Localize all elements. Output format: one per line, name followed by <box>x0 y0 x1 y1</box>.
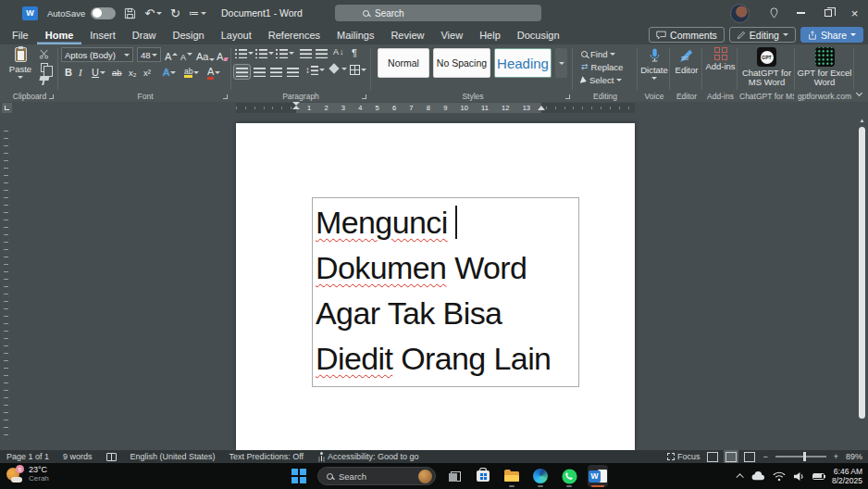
editor-button[interactable]: Editor <box>672 47 701 75</box>
dictate-button[interactable]: Dictate <box>639 47 669 80</box>
style-no-spacing[interactable]: No Spacing <box>433 48 490 78</box>
undo-button[interactable]: ↶ <box>144 7 162 19</box>
word-count[interactable]: 9 words <box>63 452 93 461</box>
tab-insert[interactable]: Insert <box>81 26 124 44</box>
editing-mode-button[interactable]: Editing <box>729 27 796 43</box>
text-frame[interactable]: Mengunci Dokumen Word Agar Tak Bisa Died… <box>312 197 579 387</box>
font-size-combo[interactable]: 48 <box>137 47 161 62</box>
superscript-button[interactable]: x² <box>143 66 151 80</box>
cut-icon[interactable] <box>39 49 49 59</box>
save-button[interactable] <box>124 7 136 19</box>
document-page[interactable]: Mengunci Dokumen Word Agar Tak Bisa Died… <box>236 123 635 450</box>
replace-button[interactable]: ⇄Replace <box>581 62 623 72</box>
tab-review[interactable]: Review <box>382 26 432 44</box>
minimize-button[interactable] <box>787 0 814 26</box>
battery-icon[interactable] <box>812 473 825 480</box>
clear-formatting-button[interactable]: A <box>217 47 228 62</box>
file-explorer-button[interactable] <box>502 465 522 487</box>
zoom-slider-thumb[interactable] <box>803 452 806 461</box>
tab-help[interactable]: Help <box>471 26 509 44</box>
tab-design[interactable]: Design <box>164 26 212 44</box>
clock[interactable]: 6:46 AM 8/2/2025 <box>832 467 862 485</box>
justify-button[interactable] <box>285 65 301 79</box>
share-button[interactable]: Share <box>800 27 863 43</box>
style-heading[interactable]: Heading <box>494 48 552 78</box>
styles-dialog-launcher[interactable] <box>565 94 570 99</box>
accessibility-status[interactable]: Accessibility: Good to go <box>317 452 419 461</box>
language-indicator[interactable]: English (United States) <box>130 452 216 461</box>
borders-button[interactable] <box>350 65 366 75</box>
tab-docusign[interactable]: Docusign <box>509 26 568 44</box>
tab-stop-selector[interactable] <box>2 103 12 113</box>
print-layout-button[interactable] <box>725 452 737 462</box>
underline-button[interactable]: U <box>92 66 105 80</box>
select-button[interactable]: Select <box>581 75 622 85</box>
collapse-ribbon-button[interactable] <box>856 90 862 96</box>
change-case-button[interactable]: Aa <box>196 47 215 62</box>
edge-button[interactable] <box>530 465 551 487</box>
indent-marker-left[interactable] <box>292 102 300 109</box>
align-left-button[interactable] <box>234 65 250 79</box>
tab-home[interactable]: Home <box>37 26 82 44</box>
autosave-toggle[interactable] <box>91 7 116 19</box>
bullets-button[interactable] <box>235 48 254 58</box>
close-button[interactable]: × <box>841 0 868 26</box>
italic-button[interactable]: I <box>79 66 82 80</box>
shrink-font-button[interactable]: A <box>180 47 192 62</box>
read-mode-button[interactable] <box>707 452 718 462</box>
line-spacing-button[interactable]: ↕ <box>305 65 325 75</box>
text-predictions[interactable]: Text Predictions: Off <box>229 452 304 461</box>
subscript-button[interactable]: x₂ <box>129 66 136 80</box>
customize-quick-access-button[interactable]: ≔ <box>189 8 206 19</box>
taskbar-search[interactable]: Search <box>317 467 436 485</box>
task-view-button[interactable] <box>444 465 465 487</box>
numbering-button[interactable] <box>255 48 274 58</box>
comments-button[interactable]: Comments <box>649 27 725 43</box>
tab-file[interactable]: File <box>4 26 37 44</box>
tab-draw[interactable]: Draw <box>124 26 165 44</box>
paste-button[interactable]: Paste <box>6 47 35 86</box>
focus-button[interactable]: Focus <box>667 452 701 461</box>
format-painter-icon[interactable] <box>39 76 49 81</box>
microsoft-store-button[interactable] <box>473 465 493 487</box>
start-button[interactable] <box>289 465 309 487</box>
page-indicator[interactable]: Page 1 of 1 <box>6 452 49 461</box>
tab-view[interactable]: View <box>432 26 471 44</box>
align-right-button[interactable] <box>268 65 284 79</box>
tab-mailings[interactable]: Mailings <box>329 26 382 44</box>
sort-button[interactable]: A↓ <box>333 48 344 56</box>
scrollbar-thumb[interactable] <box>859 127 865 419</box>
addins-button[interactable]: Add-ins <box>704 47 737 71</box>
proofing-button[interactable] <box>106 453 117 461</box>
gptexcel-button[interactable]: GPT for Excel Word <box>797 47 852 87</box>
redo-button[interactable]: ↻ <box>170 7 180 19</box>
web-layout-button[interactable] <box>744 452 755 462</box>
multilevel-list-button[interactable] <box>276 48 294 58</box>
highlight-button[interactable]: ab <box>184 66 199 80</box>
zoom-out-button[interactable]: − <box>763 452 767 461</box>
styles-more-button[interactable] <box>555 48 567 78</box>
find-button[interactable]: Find <box>581 49 615 59</box>
bold-button[interactable]: B <box>65 66 72 80</box>
paragraph-dialog-launcher[interactable] <box>362 94 366 99</box>
text-effects-button[interactable]: A <box>163 66 176 80</box>
chatgpt-button[interactable]: GPT ChatGPT for MS Word <box>739 47 794 87</box>
shading-button[interactable] <box>330 65 347 72</box>
style-normal[interactable]: Normal <box>378 48 429 78</box>
whatsapp-button[interactable] <box>559 465 579 487</box>
show-marks-button[interactable]: ¶ <box>352 48 357 58</box>
copy-icon[interactable] <box>41 63 48 72</box>
font-name-combo[interactable]: Aptos (Body) <box>61 47 133 62</box>
strikethrough-button[interactable]: ab <box>112 66 122 80</box>
account-avatar[interactable] <box>730 4 750 23</box>
clipboard-dialog-launcher[interactable] <box>49 94 54 99</box>
scroll-up-arrow[interactable]: ▲ <box>858 118 866 123</box>
wifi-icon[interactable] <box>773 471 786 482</box>
increase-indent-button[interactable] <box>316 48 328 58</box>
search-box[interactable]: Search <box>335 5 541 21</box>
presence-pin-button[interactable] <box>761 0 787 26</box>
word-taskbar-button[interactable]: W <box>588 465 608 487</box>
tab-layout[interactable]: Layout <box>213 26 260 44</box>
tab-references[interactable]: References <box>260 26 329 44</box>
align-center-button[interactable] <box>252 65 267 79</box>
